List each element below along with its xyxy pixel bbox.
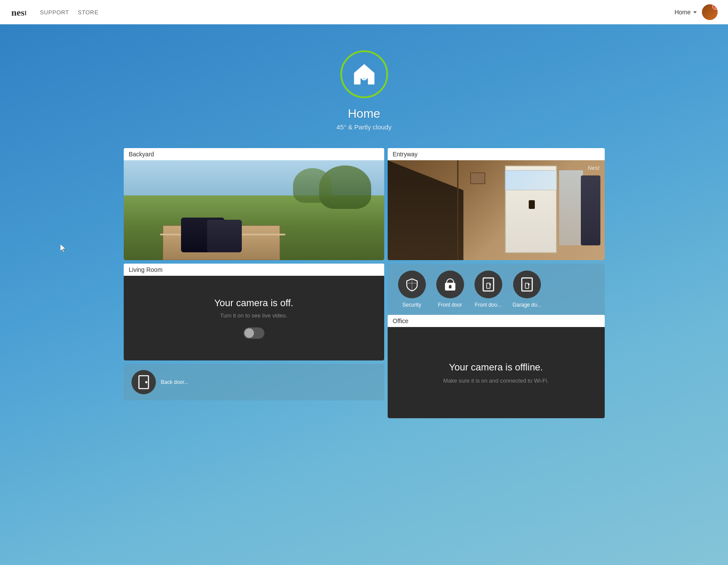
page-title: Home	[348, 107, 380, 121]
svg-point-13	[528, 284, 530, 285]
security-icon-circle	[398, 271, 426, 298]
front-door-device[interactable]: Front door	[436, 271, 464, 308]
toggle-knob	[244, 328, 254, 338]
main-nav: SUPPORT STORE	[40, 9, 675, 16]
home-icon: n	[347, 57, 382, 92]
living-room-label: Living Room	[124, 264, 384, 276]
home-selector-label: Home	[675, 9, 691, 16]
weather-subtitle: 45° & Partly cloudy	[336, 123, 392, 131]
living-room-camera-card: Living Room Your camera is off. Turn it …	[124, 264, 384, 360]
backyard-label-text: Backyard	[129, 151, 154, 158]
back-door-device[interactable]	[132, 370, 156, 394]
svg-point-5	[145, 381, 147, 383]
front-door-icon-circle	[436, 271, 464, 298]
office-label-text: Office	[393, 317, 408, 324]
avatar[interactable]: ?	[702, 4, 718, 20]
garage-door-device[interactable]: Garage do...	[513, 271, 542, 308]
chevron-down-icon	[693, 11, 697, 13]
nest-logo[interactable]: nest	[10, 4, 26, 20]
camera-off-screen: Your camera is off. Turn it on to see li…	[124, 276, 384, 360]
office-label: Office	[388, 315, 605, 327]
home-icon-circle[interactable]: n	[340, 50, 388, 98]
svg-text:n: n	[362, 76, 365, 80]
lock-icon	[445, 278, 455, 291]
entryway-label-text: Entryway	[393, 151, 418, 158]
backyard-label: Backyard	[124, 148, 384, 160]
right-column: Entryway Nest	[388, 148, 605, 422]
nest-watermark: Nest	[588, 165, 600, 171]
office-camera-card: Office Your camera is offline. Make sure…	[388, 315, 605, 418]
support-link[interactable]: SUPPORT	[40, 9, 69, 16]
svg-rect-8	[483, 278, 494, 291]
camera-toggle[interactable]	[244, 327, 264, 339]
left-column: Backyard Living Room Your c	[124, 148, 384, 422]
garage-door-label: Garage do...	[513, 302, 542, 308]
front-door2-label: Front doo...	[475, 302, 501, 308]
app-header: nest SUPPORT STORE Home ?	[0, 0, 728, 24]
backyard-feed[interactable]	[124, 160, 384, 260]
living-room-label-text: Living Room	[129, 266, 163, 273]
back-door-label: Back door...	[161, 379, 188, 385]
front-door2-icon-circle	[474, 271, 502, 298]
hero-section: n Home 45° & Partly cloudy	[0, 24, 728, 148]
device-row: Security Front door	[388, 264, 605, 315]
camera-offline-screen: Your camera is offline. Make sure it is …	[388, 327, 605, 418]
entryway-feed[interactable]: Nest	[388, 160, 605, 260]
camera-offline-title: Your camera is offline.	[449, 362, 543, 373]
backyard-camera-card: Backyard	[124, 148, 384, 260]
front-door2-device[interactable]: Front doo...	[474, 271, 502, 308]
avatar-badge: ?	[712, 4, 718, 10]
device-grid: Backyard Living Room Your c	[0, 148, 728, 422]
camera-off-subtitle: Turn it on to see live video.	[220, 312, 287, 319]
front-door-label: Front door	[438, 302, 462, 308]
back-door-area: Back door...	[124, 364, 384, 400]
camera-off-title: Your camera is off.	[214, 297, 293, 309]
svg-point-10	[489, 284, 491, 285]
garage-door-icon-circle	[513, 271, 541, 298]
svg-rect-11	[522, 278, 532, 291]
header-right: Home ?	[675, 4, 718, 20]
security-device[interactable]: Security	[398, 271, 426, 308]
entryway-camera-card: Entryway Nest	[388, 148, 605, 260]
store-link[interactable]: STORE	[78, 9, 99, 16]
svg-text:nest: nest	[11, 7, 26, 18]
home-selector[interactable]: Home	[675, 9, 697, 16]
entryway-label: Entryway	[388, 148, 605, 160]
camera-offline-subtitle: Make sure it is on and connected to Wi-F…	[443, 377, 549, 384]
security-label: Security	[402, 302, 421, 308]
